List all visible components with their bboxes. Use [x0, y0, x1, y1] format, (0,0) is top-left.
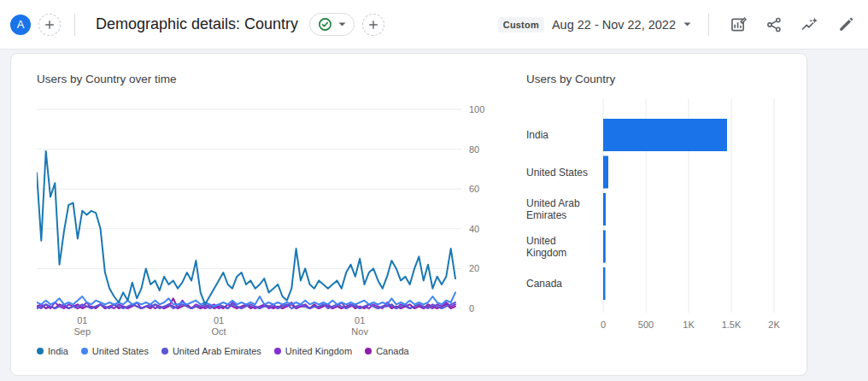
date-range-label: Aug 22 - Nov 22, 2022: [552, 18, 676, 32]
bar-united-kingdom[interactable]: [603, 231, 606, 263]
divider: [74, 14, 75, 36]
x-axis-tick-month: Nov: [351, 326, 368, 337]
y-axis-tick-label: 60: [469, 184, 479, 194]
customize-report-icon: [730, 15, 748, 33]
customize-report-button[interactable]: [728, 14, 749, 35]
x-axis-tick-day: 01: [355, 315, 365, 325]
bar-united-states[interactable]: [603, 156, 608, 189]
bar-united-arab-emirates[interactable]: [603, 193, 606, 226]
bar-category-label: United: [526, 235, 556, 247]
bar-category-label: Kingdom: [526, 247, 566, 259]
bar-canada[interactable]: [603, 267, 606, 300]
x-axis-tick-label: 0: [601, 319, 606, 330]
legend-item: United Arab Emirates: [161, 346, 261, 356]
check-circle-icon: [318, 17, 332, 32]
share-button[interactable]: [764, 15, 784, 35]
legend-label: United States: [92, 346, 149, 356]
y-axis-tick-label: 80: [469, 144, 479, 155]
top-bar: A Demographic details: Country Custom Au…: [0, 0, 868, 50]
line-chart-title: Users by Country over time: [37, 73, 177, 85]
x-axis-tick-month: Sep: [73, 326, 91, 337]
chart-legend: IndiaUnited StatesUnited Arab EmiratesUn…: [37, 346, 409, 356]
bar-chart-title: Users by Country: [526, 73, 615, 85]
insights-icon: [801, 16, 819, 33]
legend-label: Canada: [376, 346, 409, 356]
legend-item: United States: [81, 346, 149, 356]
insights-button[interactable]: [799, 15, 821, 35]
bar-category-label: Canada: [526, 278, 562, 290]
legend-label: United Arab Emirates: [173, 346, 261, 356]
line-series-india: [37, 151, 455, 304]
legend-item: United Kingdom: [274, 346, 352, 356]
x-axis-tick-label: 1K: [683, 319, 695, 330]
data-quality-dropdown[interactable]: [309, 13, 355, 36]
top-bar-right: Custom Aug 22 - Nov 22, 2022: [498, 14, 858, 36]
bar-category-label: India: [526, 129, 548, 141]
date-range-picker[interactable]: Custom Aug 22 - Nov 22, 2022: [498, 17, 691, 32]
legend-label: India: [48, 346, 68, 356]
y-axis-tick-label: 0: [469, 303, 474, 314]
edit-icon: [837, 16, 854, 33]
x-axis-tick-label: 1.5K: [722, 319, 742, 330]
chevron-down-icon: [683, 22, 691, 26]
bar-category-label: United Arab: [526, 197, 580, 209]
chevron-down-icon: [338, 22, 346, 26]
x-axis-tick-month: Oct: [211, 326, 226, 337]
edit-report-button[interactable]: [836, 15, 856, 35]
legend-dot-icon: [161, 348, 168, 355]
y-axis-tick-label: 100: [469, 104, 484, 114]
legend-dot-icon: [365, 348, 372, 355]
legend-dot-icon: [274, 348, 281, 355]
demographics-report-card: Users by Country over time 1008060402000…: [10, 53, 807, 376]
legend-dot-icon: [37, 348, 44, 355]
x-axis-tick-label: 2K: [768, 319, 780, 330]
add-comparison-button[interactable]: [38, 14, 61, 36]
x-axis-tick-day: 01: [77, 315, 87, 325]
share-icon: [765, 16, 783, 33]
plus-icon: [368, 20, 378, 30]
users-by-country-bar-chart[interactable]: 05001K1.5K2KIndiaUnited StatesUnited Ara…: [516, 88, 802, 344]
bar-india[interactable]: [603, 119, 727, 151]
bar-category-label: Emirates: [526, 209, 566, 221]
add-card-button[interactable]: [362, 14, 384, 36]
y-axis-tick-label: 40: [469, 224, 479, 234]
y-axis-tick-label: 20: [469, 263, 479, 273]
users-over-time-line-chart[interactable]: 10080604020001Sep01Oct01Nov: [37, 99, 502, 340]
legend-item: India: [37, 346, 68, 356]
bar-category-label: United States: [526, 167, 588, 179]
account-avatar[interactable]: A: [10, 15, 31, 35]
x-axis-tick-label: 500: [638, 319, 654, 330]
legend-dot-icon: [81, 348, 88, 355]
date-preset-badge: Custom: [498, 17, 544, 32]
page-title: Demographic details: Country: [96, 15, 298, 33]
divider: [708, 14, 709, 36]
legend-item: Canada: [365, 346, 409, 356]
x-axis-tick-day: 01: [214, 315, 224, 325]
top-bar-left: A Demographic details: Country: [10, 13, 384, 36]
legend-label: United Kingdom: [285, 346, 352, 356]
plus-icon: [44, 20, 55, 30]
